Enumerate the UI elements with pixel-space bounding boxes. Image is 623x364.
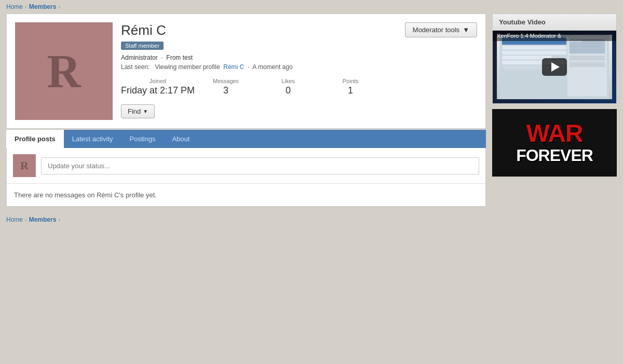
breadcrumb-bottom: Home › Members ›	[0, 213, 623, 226]
tabs-bar: Profile posts Latest activity Postings A…	[6, 130, 486, 148]
likes-label: Likes	[257, 78, 319, 84]
play-icon	[551, 62, 560, 72]
joined-label: Joined	[121, 78, 195, 84]
war-text: WAR	[516, 121, 593, 146]
profile-from: From test	[166, 54, 193, 61]
joined-value: Friday at 2:17 PM	[121, 85, 195, 96]
video-label: XenForo 1.4 Moderator & ...	[493, 31, 616, 41]
sidebar: Youtube Video	[492, 14, 617, 207]
svg-rect-9	[570, 56, 605, 61]
stats-row: Joined Friday at 2:17 PM Messages 3 Like…	[121, 78, 477, 96]
war-block: WAR FOREVER	[516, 121, 593, 165]
points-value: 1	[348, 85, 353, 96]
last-seen-time: A moment ago	[252, 63, 292, 71]
breadcrumb-sep3: ›	[25, 217, 27, 223]
tab-profile-posts[interactable]: Profile posts	[6, 130, 64, 148]
status-input[interactable]	[41, 157, 479, 174]
staff-badge: Staff member	[121, 42, 164, 50]
find-button[interactable]: Find ▼	[121, 104, 155, 118]
last-seen-action: Viewing member profile	[155, 63, 220, 71]
no-messages: There are no messages on Rémi C's profil…	[7, 184, 485, 206]
tab-about[interactable]: About	[164, 130, 198, 148]
breadcrumb-sep4: ›	[58, 217, 60, 223]
messages-value: 3	[223, 85, 228, 96]
forever-text: FOREVER	[516, 146, 593, 165]
profile-card: R Rémi C Staff member Administrator · Fr…	[6, 14, 486, 129]
war-forever-banner: WAR FOREVER	[492, 109, 617, 177]
last-seen-link[interactable]: Rémi C	[223, 63, 244, 71]
tab-postings[interactable]: Postings	[121, 130, 164, 148]
tab-latest-activity[interactable]: Latest activity	[64, 130, 121, 148]
last-seen-label: Last seen:	[121, 63, 150, 71]
points-label: Points	[319, 78, 382, 84]
breadcrumb-home-bottom[interactable]: Home	[6, 216, 23, 223]
mod-tools-label: Moderator tools	[413, 26, 459, 34]
content-area: R Rémi C Staff member Administrator · Fr…	[6, 14, 486, 207]
profile-last-seen: Last seen: Viewing member profile Rémi C…	[121, 63, 477, 71]
youtube-widget: Youtube Video	[492, 14, 617, 104]
find-caret-icon: ▼	[143, 109, 148, 114]
avatar: R	[15, 22, 113, 120]
posts-area: R There are no messages on Rémi C's prof…	[6, 148, 486, 207]
find-label: Find	[128, 107, 141, 115]
svg-rect-10	[570, 62, 605, 67]
profile-meta-role: Administrator · From test	[121, 54, 477, 61]
play-button[interactable]	[542, 58, 567, 76]
mod-tools-caret-icon: ▼	[463, 26, 469, 34]
stat-likes: Likes 0	[257, 78, 319, 96]
breadcrumb-members-top[interactable]: Members	[29, 3, 57, 10]
avatar-letter: R	[47, 45, 81, 98]
mini-avatar: R	[13, 154, 36, 177]
moderator-tools-button[interactable]: Moderator tools ▼	[405, 22, 477, 37]
breadcrumb-members-bottom[interactable]: Members	[29, 216, 57, 223]
breadcrumb-top: Home › Members ›	[0, 0, 623, 14]
video-inner: XenForo XenForo 1.4 Moderator & ...	[493, 31, 616, 103]
likes-value: 0	[286, 85, 291, 96]
main-layout: R Rémi C Staff member Administrator · Fr…	[0, 14, 623, 213]
breadcrumb-sep2: ›	[58, 4, 60, 10]
youtube-widget-title: Youtube Video	[493, 14, 616, 31]
stat-joined: Joined Friday at 2:17 PM	[121, 78, 195, 96]
svg-rect-2	[502, 46, 566, 50]
video-thumbnail[interactable]: XenForo XenForo 1.4 Moderator & ...	[493, 31, 616, 103]
profile-role: Administrator	[121, 54, 158, 61]
breadcrumb-home-top[interactable]: Home	[6, 3, 23, 10]
svg-rect-3	[502, 51, 566, 55]
messages-label: Messages	[195, 78, 257, 84]
stat-points: Points 1	[319, 78, 382, 96]
mini-avatar-letter: R	[20, 159, 29, 172]
stat-messages: Messages 3	[195, 78, 257, 96]
breadcrumb-sep1: ›	[25, 4, 27, 10]
status-row: R	[7, 148, 485, 184]
